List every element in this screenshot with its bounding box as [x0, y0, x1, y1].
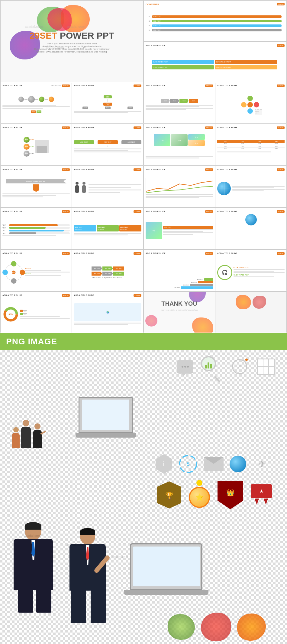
petal-center: [247, 102, 253, 107]
pg-box-3: ADD TEXT: [121, 140, 141, 144]
slide-badge-r2-1: ASADAL: [62, 84, 70, 87]
chev-4: ADD TEXT: [92, 272, 102, 276]
slide-badge-r6-4: ASADAL: [277, 252, 285, 255]
contents-bar-3: 03 ADD TEXT: [149, 24, 282, 27]
photo-grid-content: img img img img: [146, 130, 213, 163]
stairs-content: ADD TEXT ADD TEXT ADD TEXT ADD TEXT: [146, 256, 213, 289]
text-lines-r4-1: [2, 193, 70, 198]
slide-badge-r6-1: ASADAL: [62, 252, 70, 255]
gold-medal: ⭐: [186, 480, 213, 510]
circle-text-1: Text: [24, 137, 30, 143]
slide-process-grid: ADD A TITLE SLIDE ASADAL ADD TEXT → ADD …: [72, 124, 143, 165]
chat-icon: [177, 360, 193, 374]
ribbon-bar: ASADAL INTERNET, INC.: [6, 179, 66, 183]
slide-badge-r4-4: ASADAL: [277, 168, 285, 171]
chev-2: ADD TEXT: [102, 266, 113, 271]
globe-content: [217, 172, 285, 205]
slide-chevron: ADD A TITLE SLIDE ASADAL ADD TEXT ADD TE…: [72, 250, 143, 291]
laptop-graphic: [73, 397, 139, 448]
text-lines-r3-2: [74, 148, 141, 153]
calendar-icon: [257, 359, 275, 375]
png-section: PNG IMAGE: [0, 333, 287, 644]
slide-badge-r5-3: ASADAL: [205, 210, 213, 213]
contents-bar-2: 02 ADD TEXT: [149, 20, 282, 22]
chevron-row-1: ADD TEXT ADD TEXT ADD TEXT: [92, 266, 124, 271]
slide-badge-r7-1: ASADAL: [62, 294, 70, 297]
arrow-step-4: TEXT: [189, 99, 198, 103]
watermark-1: asadal.com: [25, 25, 43, 28]
slide-title-2: ADD A TITLE SLIDE: [146, 44, 166, 46]
color-box-grid: ADD TEXT text text text ADD TEXT text te…: [74, 225, 141, 231]
slide-sphere-chain: ADD A TITLE SLIDE INSERT LOGO ASADAL: [1, 82, 72, 123]
slide-color-boxes: ADD A TITLE SLIDE ASADAL ADD TEXT text t…: [72, 208, 143, 249]
main-container: 29SET POWER PPT Insert your subtitle or …: [0, 0, 287, 644]
text-badge-2: TEXT: [37, 110, 41, 113]
person-main: [21, 420, 31, 448]
slide-badge-2: ASADAL: [277, 44, 285, 47]
slide-globe-2: ADD A TITLE SLIDE ASADAL: [215, 208, 286, 249]
arrow-step-3: TEXT: [179, 99, 189, 103]
globe-sphere: [217, 182, 231, 195]
dollar-icon: $: [178, 454, 198, 474]
slide-headset: ADD A TITLE SLIDE ASADAL 🎧 CLICK TO ADD …: [215, 250, 286, 291]
sub-box-1: TEXT: [82, 107, 88, 109]
hero-slide: 29SET POWER PPT Insert your subtitle or …: [1, 1, 143, 83]
slide-world-map: ADD A TITLE SLIDE ASADAL 🌍: [72, 292, 143, 333]
person-woman: [12, 427, 20, 448]
slide-title-r7-1: ADD A TITLE SLIDE: [2, 294, 22, 296]
text-main-box: TEXT: [103, 103, 112, 106]
stair-4: [181, 286, 213, 289]
stair-1: [204, 278, 213, 281]
thank-you-title: THANK YOU: [146, 300, 212, 307]
slide-title-r2-3: ADD A TITLE SLIDE: [146, 84, 166, 87]
sphere-4: [49, 97, 54, 102]
stair-3: [190, 284, 213, 286]
chev-6: ADD TEXT: [113, 272, 124, 276]
ty-blob-r-orange: [236, 295, 251, 309]
insert-logo-box: INSERT LOGO: [255, 109, 262, 115]
arrow-step-2: TEXT: [170, 99, 179, 103]
slide-title-r6-2: ADD A TITLE SLIDE: [74, 252, 94, 254]
hero-main-title: POWER PPT: [60, 30, 114, 40]
cross-content: CLICK TO ADD TEXT CLICK TO ADD TEXT CLIC…: [146, 48, 285, 81]
slide-contents: CONTENTS ASADAL 01 ADD TEXT 02 ADD TEXT: [144, 1, 286, 41]
pg-arrow-1: →: [95, 141, 97, 143]
slide-badge-r2-4: ASADAL: [277, 84, 285, 87]
headset-text: CLICK TO ADD TEXT CLICK TO ADD TEXT: [234, 267, 285, 278]
slide-badge-r4-3: ASADAL: [205, 168, 213, 171]
slide-badge-r3-2: ASADAL: [134, 126, 141, 129]
slide-globe: ADD A TITLE SLIDE ASADAL: [215, 166, 286, 207]
globe-text: [232, 185, 285, 192]
slide-badge-r6-3: ASADAL: [205, 252, 213, 255]
quad-tl: CLICK TO ADD TEXT: [152, 60, 214, 64]
table-content: TEXT TEXT TEXT TEXT TEXTTEXTTEXTTEXT TEX…: [217, 130, 285, 163]
contents-bar-1: 01 ADD TEXT: [149, 15, 282, 18]
ribbon-badge: ★: [248, 484, 275, 505]
headset-circle: 🎧: [217, 265, 232, 280]
sphere-chain-content: TEXT TEXT: [2, 88, 70, 121]
slide-title-r2-4: ADD A TITLE SLIDE: [217, 84, 237, 87]
chevron-content: ADD TEXT ADD TEXT ADD TEXT ADD TEXT ADD …: [74, 256, 141, 289]
photo-2: img: [171, 134, 188, 146]
pg-arrow-down: ↓: [107, 145, 108, 147]
quad-tr: CLICK TO ADD TEXT: [215, 60, 277, 64]
slide-thank-you: THANK YOU Insert your subtitle or main a…: [144, 292, 215, 333]
slide-title-r5-3: ADD A TITLE SLIDE: [146, 210, 166, 212]
people-content: [74, 172, 141, 205]
slide-badge-r3-3: ASADAL: [205, 126, 213, 129]
person-2: [81, 182, 87, 195]
slide-title-r5-2: ADD A TITLE SLIDE: [74, 210, 94, 212]
large-laptop: [124, 543, 208, 604]
text-lines-r5-1: [2, 235, 70, 237]
slide-petal: ADD A TITLE SLIDE ASADAL INSERT LOGO: [215, 82, 286, 123]
slide-title-r7-2: ADD A TITLE SLIDE: [74, 294, 94, 296]
process-grid-content: ADD TEXT → ADD TEXT → ADD TEXT ↓: [74, 130, 141, 163]
chev-5: ADD TEXT: [102, 272, 113, 276]
chart-area: [146, 178, 213, 195]
slide-title-r4-3: ADD A TITLE SLIDE: [146, 168, 166, 171]
text-line-3: [2, 108, 43, 109]
svg-point-1: [11, 261, 17, 266]
ceo-box: CEO: [104, 95, 112, 98]
person-1: [74, 182, 80, 195]
slide-badge-r2-3: ASADAL: [205, 84, 213, 87]
